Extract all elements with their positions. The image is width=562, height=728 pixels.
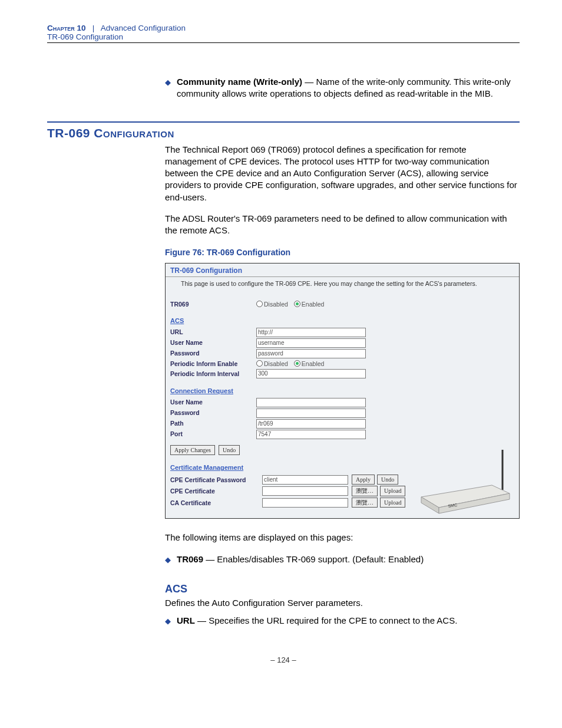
radio-label: Enabled (302, 300, 325, 308)
acs-paragraph: Defines the Auto Configuration Server pa… (165, 597, 520, 609)
cr-port-label: Port (170, 430, 256, 438)
header-title: Advanced Configuration (101, 24, 186, 32)
cr-username-input[interactable] (256, 398, 366, 407)
screenshot-title: TR-069 Configuration (166, 263, 519, 277)
radio-icon (294, 301, 300, 307)
cr-path-input[interactable]: /tr069 (256, 419, 366, 429)
bullet-term: TR069 (177, 554, 203, 564)
cpe-cert-input[interactable] (262, 486, 348, 496)
apply-changes-button[interactable]: Apply Changes (170, 445, 215, 456)
ca-upload-button[interactable]: Upload (380, 498, 405, 508)
ca-cert-label: CA Certificate (170, 499, 262, 507)
bullet-term: Community name (Write-only) (177, 77, 302, 87)
bullet-desc: — Speceifies the URL required for the CP… (195, 615, 458, 625)
bullet-desc: — Enables/disables TR-069 support. (Defa… (203, 554, 424, 564)
tr069-enabled-radio[interactable]: Enabled (294, 300, 325, 308)
section-heading: TR-069 Configuration (47, 126, 520, 140)
page-number: – 124 – (47, 655, 520, 664)
periodic-inform-enable-label: Periodic Inform Enable (170, 360, 256, 368)
radio-label: Disabled (264, 300, 288, 308)
undo-button[interactable]: Undo (219, 445, 240, 456)
diamond-icon: ◆ (165, 615, 171, 627)
tr069-disabled-radio[interactable]: Disabled (256, 300, 288, 308)
password-label: Password (170, 349, 256, 357)
tr069-label: TR069 (170, 300, 256, 308)
paragraph-intro-2: The ADSL Router's TR-069 parameters need… (165, 213, 520, 237)
bullet-term: URL (177, 615, 195, 625)
radio-label: Enabled (302, 360, 325, 368)
figure-caption: Figure 76: TR-069 Configuration (165, 247, 520, 258)
cert-apply-button[interactable]: Apply (352, 475, 375, 485)
bullet-community-name: ◆ Community name (Write-only) — Name of … (165, 76, 520, 100)
radio-label: Disabled (264, 360, 288, 368)
bullet-dash: — (302, 77, 316, 87)
pie-enabled-radio[interactable]: Enabled (294, 360, 325, 368)
cr-port-input[interactable]: 7547 (256, 430, 366, 439)
password-input[interactable]: password (256, 349, 366, 358)
username-input[interactable]: username (256, 338, 366, 348)
ca-cert-input[interactable] (262, 498, 348, 508)
router-device-icon: SMC (415, 444, 515, 515)
periodic-inform-interval-input[interactable]: 300 (256, 369, 366, 378)
page-header: Chapter 10 | Advanced Configuration TR-0… (47, 24, 520, 43)
radio-icon (256, 301, 263, 307)
items-intro: The following items are displayed on thi… (165, 532, 520, 543)
cert-undo-button[interactable]: Undo (377, 475, 398, 485)
diamond-icon: ◆ (165, 554, 171, 565)
radio-icon (256, 360, 263, 367)
header-separator: | (88, 24, 99, 32)
cr-path-label: Path (170, 419, 256, 427)
radio-icon (294, 360, 300, 367)
cpe-cert-label: CPE Certificate (170, 487, 262, 495)
url-input[interactable]: http:// (256, 328, 366, 337)
header-subtitle: TR-069 Configuration (47, 32, 520, 41)
acs-subhead: ACS (170, 317, 514, 325)
pie-disabled-radio[interactable]: Disabled (256, 360, 288, 368)
cr-password-label: Password (170, 409, 256, 417)
cr-username-label: User Name (170, 398, 256, 406)
ca-browse-button[interactable]: 瀏覽… (352, 498, 378, 508)
bullet-tr069: ◆ TR069 — Enables/disables TR-069 suppor… (165, 554, 520, 565)
section-rule (47, 121, 520, 123)
diamond-icon: ◆ (165, 76, 171, 88)
cpe-upload-button[interactable]: Upload (380, 486, 405, 496)
cpe-browse-button[interactable]: 瀏覽… (352, 486, 378, 496)
paragraph-intro-1: The Technical Report 069 (TR069) protoco… (165, 144, 520, 203)
url-label: URL (170, 328, 256, 336)
bullet-url: ◆ URL — Speceifies the URL required for … (165, 615, 520, 627)
periodic-inform-interval-label: Periodic Inform Interval (170, 370, 256, 378)
config-screenshot: TR-069 Configuration This page is used t… (165, 263, 520, 519)
screenshot-desc: This page is used to configure the TR-06… (166, 277, 519, 296)
cr-password-input[interactable] (256, 409, 366, 418)
cpe-cert-password-input[interactable]: client (262, 475, 348, 485)
username-label: User Name (170, 338, 256, 347)
cpe-cert-password-label: CPE Certificate Password (170, 476, 262, 484)
acs-heading: ACS (165, 582, 520, 596)
connection-request-subhead: Connection Request (170, 387, 514, 396)
chapter-label: Chapter 10 (47, 24, 86, 32)
